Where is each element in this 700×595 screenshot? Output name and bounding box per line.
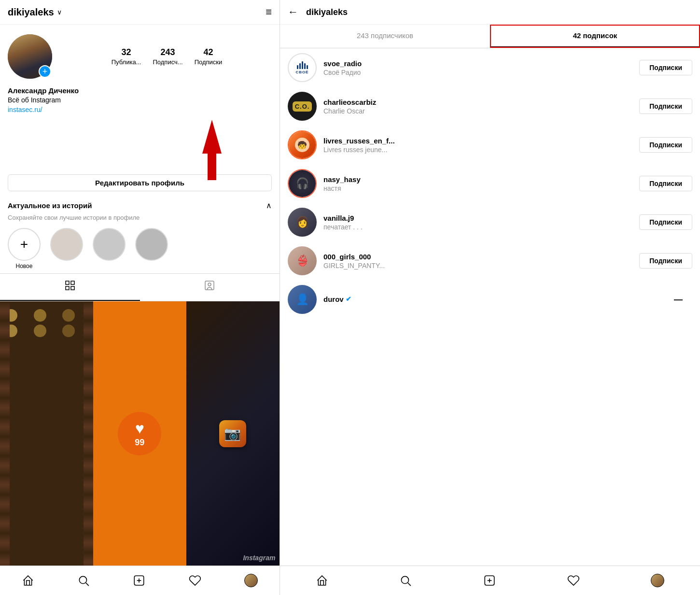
following-username: charlieoscarbiz xyxy=(323,98,632,106)
tab-tagged[interactable] xyxy=(140,274,280,301)
profile-name: Александр Диченко xyxy=(8,86,272,95)
grid-col-1 xyxy=(0,301,93,566)
highlights-section: Актуальное из историй ∧ Сохраняйте свои … xyxy=(0,195,280,274)
grid-content-area: ♥ 99 📷 Instagram xyxy=(0,301,280,566)
username-area[interactable]: dikiyaleks ∨ xyxy=(8,7,62,18)
following-username: svoe_radio xyxy=(323,59,632,68)
hamburger-menu-icon[interactable]: ≡ xyxy=(266,6,272,18)
highlight-circle-3[interactable] xyxy=(135,228,168,261)
list-item: 👩 vanilla.j9 печатает . . . Подписки xyxy=(280,203,700,241)
following-fullname: Своё Радио xyxy=(323,69,632,76)
follow-button[interactable]: Подписки xyxy=(639,60,692,75)
nav-profile[interactable] xyxy=(238,571,264,590)
svg-point-11 xyxy=(402,576,409,583)
stats-row: 32 Публика... 243 Подписч... 42 Подписки xyxy=(62,47,272,66)
follow-button[interactable]: Подписки xyxy=(639,137,692,153)
avatar-charlie[interactable]: C.O. xyxy=(288,92,317,121)
avatar-durov[interactable]: 👤 xyxy=(288,285,317,314)
list-item: 👙 000_girls_000 GIRLS_IN_PANTY... Подпис… xyxy=(280,241,700,280)
following-info: vanilla.j9 печатает . . . xyxy=(323,214,632,231)
posts-count: 32 xyxy=(122,47,131,57)
following-count: 42 xyxy=(203,47,213,57)
nav-search[interactable] xyxy=(71,571,96,590)
nav-heart[interactable] xyxy=(183,571,207,590)
nav-profile-right[interactable] xyxy=(645,571,670,590)
right-top-bar: ← dikiyaleks xyxy=(280,0,700,25)
avatar-nasy[interactable]: 🎧 xyxy=(288,169,317,198)
add-icon-right xyxy=(483,574,496,587)
nav-avatar-right xyxy=(651,574,664,587)
nav-home[interactable] xyxy=(16,571,40,590)
following-username: vanilla.j9 xyxy=(323,214,632,222)
nav-home-right[interactable] xyxy=(310,571,334,590)
followers-stat[interactable]: 243 Подписч... xyxy=(153,47,182,66)
nav-heart-right[interactable] xyxy=(561,571,586,590)
following-fullname: печатает . . . xyxy=(323,223,632,231)
list-item: 🎧 nasy_hasy настя Подписки xyxy=(280,164,700,203)
follow-button[interactable]: — xyxy=(664,291,692,308)
like-count: 99 xyxy=(135,438,144,448)
profile-info: Александр Диченко Всё об Instagram insta… xyxy=(0,86,280,120)
home-icon-right xyxy=(316,574,328,587)
right-username: dikiyaleks xyxy=(306,7,348,17)
following-info: livres_russes_en_f... Livres russes jeun… xyxy=(323,137,632,154)
following-label: Подписки xyxy=(195,58,223,66)
svg-rect-3 xyxy=(71,286,74,290)
highlight-new-item[interactable]: + Новое xyxy=(8,228,41,269)
posts-stat[interactable]: 32 Публика... xyxy=(112,47,141,66)
tagged-icon xyxy=(204,280,215,294)
avatar-000girls[interactable]: 👙 xyxy=(288,246,317,275)
svg-rect-4 xyxy=(205,281,214,290)
tab-followers[interactable]: 243 подписчиков xyxy=(280,25,490,48)
highlight-plus-icon: + xyxy=(20,237,28,252)
list-item: СВОЁ svoe_radio Своё Радио Подписки xyxy=(280,48,700,87)
heart-nav-icon-right xyxy=(567,574,580,587)
follow-tabs: 243 подписчиков 42 подписок xyxy=(280,25,700,48)
follow-button[interactable]: Подписки xyxy=(639,99,692,114)
highlight-item-2[interactable] xyxy=(93,228,126,261)
following-fullname: Livres russes jeune... xyxy=(323,146,632,154)
nav-avatar xyxy=(244,574,258,587)
highlight-new-circle[interactable]: + xyxy=(8,228,41,261)
svg-point-6 xyxy=(79,576,86,583)
follow-button[interactable]: Подписки xyxy=(639,176,692,191)
add-story-button[interactable]: + xyxy=(39,65,51,78)
highlight-item-3[interactable] xyxy=(135,228,168,261)
followers-label: Подписч... xyxy=(153,58,182,66)
grid-icon xyxy=(64,280,76,294)
following-stat[interactable]: 42 Подписки xyxy=(195,47,223,66)
following-list: СВОЁ svoe_radio Своё Радио Подписки C.O.… xyxy=(280,48,700,566)
highlights-collapse-icon[interactable]: ∧ xyxy=(266,201,272,210)
highlight-circle-1[interactable] xyxy=(50,228,83,261)
follow-button[interactable]: Подписки xyxy=(639,253,692,269)
avatar-svoe-radio[interactable]: СВОЁ xyxy=(288,53,317,82)
highlight-item-1[interactable] xyxy=(50,228,83,261)
avatar-vanilla[interactable]: 👩 xyxy=(288,208,317,237)
nav-search-right[interactable] xyxy=(393,571,418,590)
verified-badge: ✔ xyxy=(346,295,351,303)
back-button[interactable]: ← xyxy=(288,6,298,18)
chevron-down-icon: ∨ xyxy=(57,8,62,16)
highlight-circle-2[interactable] xyxy=(93,228,126,261)
highlights-header: Актуальное из историй ∧ xyxy=(8,201,272,210)
following-info: svoe_radio Своё Радио xyxy=(323,59,632,76)
list-item: 🧒 livres_russes_en_f... Livres russes je… xyxy=(280,126,700,164)
following-fullname: GIRLS_IN_PANTY... xyxy=(323,262,632,269)
avatar-livres[interactable]: 🧒 xyxy=(288,130,317,159)
svg-line-7 xyxy=(86,583,89,586)
home-icon xyxy=(22,574,34,587)
nav-add-right[interactable] xyxy=(477,571,502,590)
left-panel: dikiyaleks ∨ ≡ + 32 Публика... 243 Подпи… xyxy=(0,0,280,595)
following-info: charlieoscarbiz Charlie Oscar xyxy=(323,98,632,115)
profile-bio: Всё об Instagram xyxy=(8,96,272,104)
profile-link[interactable]: instasec.ru/ xyxy=(8,106,42,113)
following-info: 000_girls_000 GIRLS_IN_PANTY... xyxy=(323,253,632,269)
tab-grid[interactable] xyxy=(0,274,140,301)
tab-following[interactable]: 42 подписок xyxy=(490,25,700,48)
search-icon xyxy=(77,574,90,587)
follow-button[interactable]: Подписки xyxy=(639,214,692,230)
highlights-row: + Новое xyxy=(8,228,272,269)
bottom-nav-right xyxy=(280,566,700,595)
nav-add[interactable] xyxy=(127,571,151,590)
heart-icon: ♥ xyxy=(135,420,144,438)
